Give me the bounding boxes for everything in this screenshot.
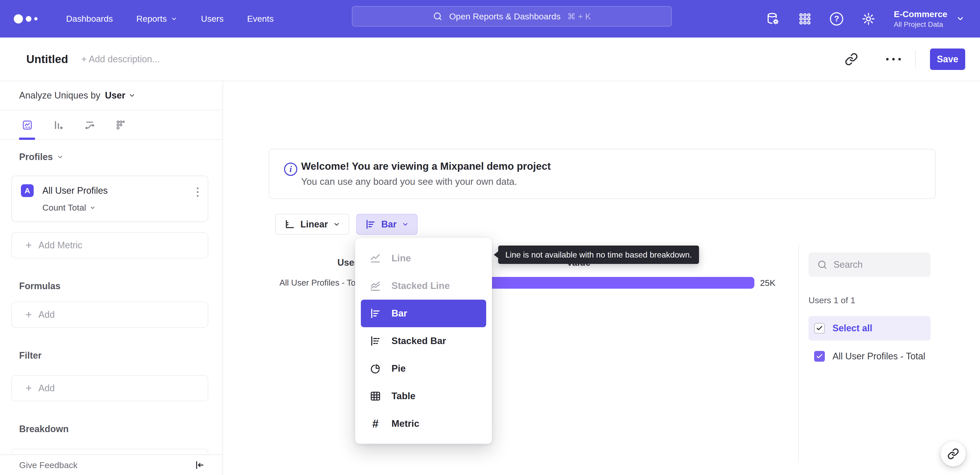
add-description-field[interactable]: + Add description...	[81, 54, 160, 65]
dropdown-item-stacked-line[interactable]: Stacked Line	[355, 272, 492, 300]
dropdown-item-label: Line	[391, 253, 411, 264]
give-feedback-link[interactable]: Give Feedback	[19, 460, 78, 470]
series-panel: Users 1 of 1 Select all All User Profile…	[808, 252, 931, 368]
mixpanel-logo-icon[interactable]	[14, 14, 38, 24]
series-search-input[interactable]	[834, 259, 918, 270]
dropdown-item-line[interactable]: Line	[355, 244, 492, 272]
nav-item-dashboards[interactable]: Dashboards	[54, 14, 124, 24]
select-all-row[interactable]: Select all	[808, 316, 931, 341]
dropdown-item-label: Stacked Bar	[391, 336, 446, 346]
aggregation-value: Count Total	[42, 202, 86, 213]
series-item-row[interactable]: All User Profiles - Total	[808, 344, 931, 368]
chart-row-label: All User Profiles - Total	[280, 277, 364, 289]
more-options-icon[interactable]	[886, 58, 901, 61]
filter-section-header: Filter	[19, 350, 223, 361]
nav-item-label: Dashboards	[66, 14, 113, 24]
search-placeholder: Open Reports & Dashboards	[449, 11, 561, 21]
add-filter-button[interactable]: + Add	[11, 375, 208, 401]
tab-flows[interactable]	[84, 120, 95, 131]
linear-axis-icon	[284, 219, 295, 230]
tab-insights[interactable]	[22, 120, 33, 131]
plus-icon: +	[25, 240, 32, 251]
nav-item-label: Users	[201, 14, 224, 24]
metric-card[interactable]: A All User Profiles Count Total	[11, 175, 208, 222]
banner-subtitle: You can use any board you see with your …	[301, 176, 517, 187]
global-search-button[interactable]: Open Reports & Dashboards ⌘ + K	[352, 6, 672, 27]
chevron-down-icon	[956, 14, 965, 23]
formulas-label: Formulas	[19, 281, 60, 292]
scale-selector-button[interactable]: Linear	[275, 214, 349, 235]
nav-item-reports[interactable]: Reports	[124, 14, 189, 24]
tab-funnels[interactable]	[53, 120, 64, 131]
profiles-section-header[interactable]: Profiles	[19, 151, 223, 163]
table-icon	[369, 390, 381, 402]
aggregation-dropdown[interactable]: Count Total	[42, 202, 208, 213]
dropdown-item-pie[interactable]: Pie	[355, 355, 492, 383]
series-checkbox[interactable]	[814, 351, 825, 362]
title-bar-actions: Save	[845, 48, 980, 70]
dropdown-item-label: Metric	[391, 418, 419, 429]
chevron-down-icon	[89, 205, 96, 211]
tooltip-arrow	[494, 251, 498, 258]
check-icon	[816, 325, 823, 332]
tooltip-text: Line is not available with no time based…	[505, 250, 692, 260]
chart-type-selector-button[interactable]: Bar	[356, 214, 417, 235]
copy-link-icon[interactable]	[845, 53, 858, 66]
share-link-button[interactable]	[941, 441, 966, 466]
top-nav: Dashboards Reports Users Events Open Rep…	[0, 0, 980, 38]
dropdown-item-bar[interactable]: Bar	[361, 300, 486, 327]
report-type-tabs	[0, 110, 223, 140]
dropdown-item-table[interactable]: Table	[355, 383, 492, 410]
add-metric-label: Add Metric	[38, 240, 83, 251]
save-button[interactable]: Save	[930, 48, 965, 70]
series-search-box[interactable]	[808, 252, 931, 277]
nav-item-users[interactable]: Users	[189, 14, 235, 24]
nav-item-events[interactable]: Events	[235, 14, 285, 24]
report-title[interactable]: Untitled	[26, 53, 68, 65]
profiles-label: Profiles	[19, 151, 53, 163]
chevron-down-icon	[171, 16, 177, 22]
analyze-entity-dropdown[interactable]: User	[105, 90, 135, 101]
demo-project-banner: i Welcome! You are viewing a Mixpanel de…	[269, 149, 935, 199]
dropdown-item-label: Stacked Line	[391, 281, 450, 291]
query-builder-sidebar: Analyze Uniques by User	[0, 81, 223, 475]
metric-name[interactable]: All User Profiles	[42, 185, 108, 196]
chevron-down-icon	[128, 92, 135, 99]
line-chart-icon	[369, 252, 381, 264]
project-selector[interactable]: E-Commerce All Project Data	[894, 9, 965, 29]
metric-options-icon[interactable]	[197, 187, 199, 197]
analyze-row: Analyze Uniques by User	[0, 81, 223, 110]
series-count-label: Users 1 of 1	[808, 295, 931, 305]
nav-item-label: Events	[247, 14, 274, 24]
divider	[798, 244, 799, 463]
chevron-down-icon	[402, 221, 409, 228]
help-icon[interactable]: ?	[830, 12, 843, 26]
active-tab-indicator	[19, 137, 35, 140]
select-all-checkbox[interactable]	[814, 323, 825, 333]
metric-row: A All User Profiles	[12, 176, 208, 197]
dropdown-item-metric[interactable]: # Metric	[355, 410, 492, 437]
nav-item-label: Reports	[136, 14, 167, 24]
add-label: Add	[38, 309, 55, 320]
tab-retention[interactable]	[115, 120, 126, 131]
breakdown-section-header: Breakdown	[19, 424, 223, 434]
select-all-label: Select all	[832, 323, 872, 333]
sidebar-footer: Give Feedback	[0, 454, 223, 475]
info-icon: i	[284, 163, 298, 176]
bar-chart-icon	[365, 219, 376, 230]
add-metric-button[interactable]: + Add Metric	[11, 232, 208, 258]
info-glyph: i	[290, 164, 292, 174]
project-scope: All Project Data	[894, 21, 947, 29]
chart-type-label: Bar	[381, 219, 396, 230]
settings-gear-icon[interactable]	[862, 12, 875, 26]
search-shortcut: ⌘ + K	[567, 11, 591, 21]
add-formula-button[interactable]: + Add	[11, 302, 208, 328]
breakdown-label: Breakdown	[19, 424, 68, 434]
insights-chart-icon	[22, 120, 33, 131]
hash-icon: #	[369, 418, 381, 429]
apps-grid-icon[interactable]	[798, 12, 811, 26]
dropdown-item-stacked-bar[interactable]: Stacked Bar	[355, 327, 492, 355]
title-bar: Untitled + Add description... Save	[0, 38, 980, 81]
collapse-sidebar-icon[interactable]	[194, 460, 205, 470]
data-management-icon[interactable]	[766, 12, 780, 26]
